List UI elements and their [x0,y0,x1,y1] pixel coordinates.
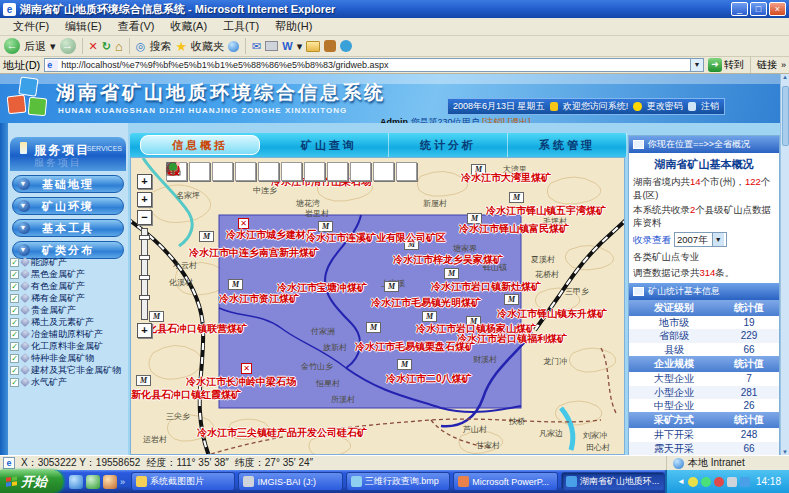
select-box-icon[interactable] [281,162,302,181]
menu-item-4[interactable]: 工具(T) [216,18,266,35]
tab-0[interactable]: 信息概括 [140,135,260,155]
map-viewport[interactable]: 2 S + + − + 冷水江市渭竹山采石场冷水江市大湾里煤矿冷水江市铎山镇五宇… [130,157,625,455]
sidebar-button-1[interactable]: 矿山环境▼ [12,197,124,215]
start-button[interactable]: 开始 [0,470,63,493]
mine-marker[interactable]: M [228,279,243,290]
edit-word-icon[interactable]: W [282,40,292,52]
favorites-icon[interactable]: ★ [175,39,187,54]
mine-marker[interactable]: M [422,311,437,322]
links-label[interactable]: 链接 [757,58,777,72]
address-dropdown-icon[interactable]: ▼ [690,59,703,71]
favorites-label[interactable]: 收藏夹 [191,39,224,54]
tab-3[interactable]: 系统管理 [508,133,627,157]
taskbar-button-4[interactable]: 湖南省矿山地质环... [561,472,665,491]
page-scrollbar[interactable]: ▲▼ [780,74,789,455]
view-label[interactable]: 收录查看 [633,233,671,246]
mail-icon[interactable]: ✉ [252,40,261,53]
zoom-slider[interactable] [141,228,148,320]
minimize-button[interactable]: _ [731,2,748,16]
layer-checkbox[interactable]: ✓ [10,282,19,291]
mine-label[interactable]: 新化县石冲口镇红霞煤矿 [131,388,241,402]
clip-box-icon[interactable] [304,162,325,181]
full-extent-icon[interactable] [212,162,233,181]
zoom-slider-handle[interactable] [139,235,150,240]
mine-label[interactable]: 冷水江市梓龙乡吴家煤矿 [393,253,503,267]
pan-up-button[interactable]: + [137,174,152,189]
mine-label[interactable]: 冷水江市二0八煤矿 [386,372,472,386]
edit-dropdown-icon[interactable]: ▾ [297,40,303,53]
back-dropdown-icon[interactable]: ▾ [50,40,56,53]
mine-marker[interactable]: M [397,359,412,370]
messenger-icon[interactable] [340,40,352,52]
close-button[interactable]: × [769,2,786,16]
quick-media-icon[interactable] [103,475,117,489]
menu-item-5[interactable]: 帮助(H) [268,18,319,35]
layer-checkbox[interactable]: ✓ [10,330,19,339]
taskbar-button-3[interactable]: Microsoft PowerP... [453,472,557,491]
stop-select-icon[interactable]: S [258,162,279,181]
refresh-icon[interactable]: ↻ [102,40,111,53]
quick-ie-icon[interactable] [69,475,83,489]
layer-item-1[interactable]: ✓黑色金属矿产 [10,268,126,280]
year-dropdown-icon[interactable]: ▼ [712,233,724,246]
discuss-icon[interactable] [324,40,336,52]
mine-label[interactable]: 冷水江市铎山镇富民煤矿 [459,222,569,236]
mine-marker[interactable]: M [509,192,524,203]
search-label[interactable]: 搜索 [149,39,171,54]
layer-checkbox[interactable]: ✓ [10,342,19,351]
zoom-plus-button[interactable]: + [137,192,152,207]
quarry-marker[interactable]: ✕ [241,363,252,374]
layer-checkbox[interactable]: ✓ [10,306,19,315]
layer-checkbox[interactable]: ✓ [10,270,19,279]
zoom-bottom-button[interactable]: + [137,323,152,338]
legend-tree-icon[interactable] [396,162,417,181]
mine-marker[interactable]: M [504,294,519,305]
tray-volume-icon[interactable] [688,477,698,487]
scrollbar-thumb[interactable] [782,86,789,146]
layer-item-5[interactable]: ✓稀土及元素矿产 [10,316,126,328]
mine-label[interactable]: 冷水江市大湾里煤矿 [461,171,551,185]
maximize-button[interactable]: □ [750,2,767,16]
draw-line-icon[interactable] [350,162,371,181]
taskbar-button-0[interactable]: 系统截图图片 [131,472,235,491]
mine-label[interactable]: 冷水江市岩口镇新灶煤矿 [431,280,541,294]
back-icon[interactable]: ← [4,38,20,54]
mine-marker[interactable]: M [384,281,399,292]
mine-marker[interactable]: M [366,322,381,333]
folder-icon[interactable] [306,41,320,52]
mine-label[interactable]: 冷水江市资江煤矿 [219,292,299,306]
zoom-window-icon[interactable] [327,162,348,181]
mine-label[interactable]: 冷水江市毛易镇光明煤矿 [371,296,481,310]
layer-item-0[interactable]: ✓能源矿产 [10,256,126,268]
eraser-icon[interactable] [373,162,394,181]
tab-1[interactable]: 矿山查询 [270,133,389,157]
layer-checkbox[interactable]: ✓ [10,318,19,327]
mine-marker[interactable]: M [444,268,459,279]
menu-item-3[interactable]: 收藏(A) [163,18,214,35]
tray-display-icon[interactable] [727,477,737,487]
sidebar-button-2[interactable]: 基本工具▼ [12,219,124,237]
taskbar-button-2[interactable]: 三维行政查询.bmp [346,472,450,491]
tray-chevron-icon[interactable]: ◄ [677,477,685,486]
layer-item-10[interactable]: ✓水气矿产 [10,376,126,388]
address-input[interactable]: e http://localhost/%e7%9f%bf%e5%b1%b1%e5… [44,58,704,72]
quick-desktop-icon[interactable] [86,475,100,489]
layer-item-2[interactable]: ✓有色金属矿产 [10,280,126,292]
layer-item-6[interactable]: ✓冶金辅助原料矿产 [10,328,126,340]
search-icon[interactable]: ◎ [136,40,146,53]
stop-icon[interactable]: ✕ [89,40,98,53]
measure-icon[interactable]: 2 [235,162,256,181]
mine-label[interactable]: 冷水江市长冲岭中梁石场 [186,375,296,389]
logout-link[interactable]: 注销 [701,100,719,113]
layer-checkbox[interactable]: ✓ [10,378,19,387]
taskbar-button-1[interactable]: IMGIS-BAI (J:) [238,472,342,491]
go-button[interactable]: ➜ 转到 [708,58,744,72]
tray-alert-icon[interactable] [714,477,724,487]
session-links[interactable]: [注销] [退出] [482,117,531,123]
zoom-minus-button[interactable]: − [137,210,152,225]
mine-label[interactable]: 冷水江市中连乡南宫新井煤矿 [189,246,319,260]
change-password-link[interactable]: 更改密码 [647,100,683,113]
menu-item-0[interactable]: 文件(F) [6,18,56,35]
mine-label[interactable]: 冷水江市连溪矿业有限公司矿区 [306,231,446,245]
tab-2[interactable]: 统计分析 [389,133,508,157]
